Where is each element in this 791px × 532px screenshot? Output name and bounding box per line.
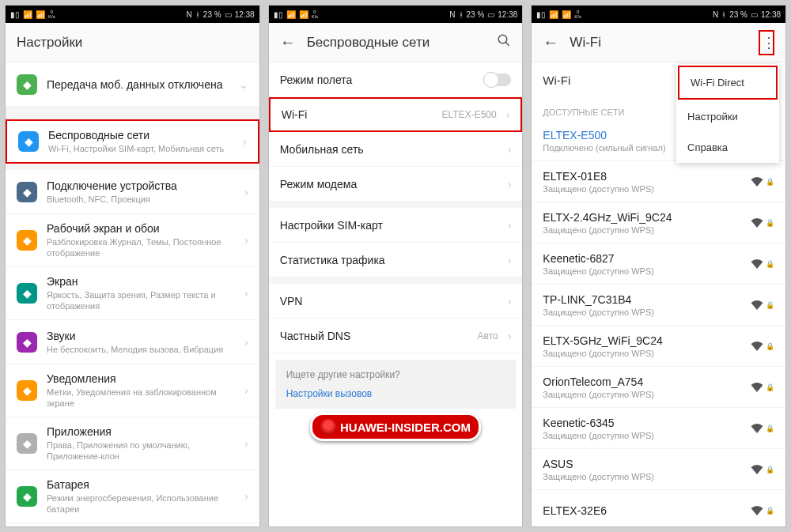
wifi-network-row[interactable]: ELTEX-32E6🔒	[532, 490, 785, 526]
menu-item[interactable]: Справка	[676, 132, 779, 163]
lock-icon: 🔒	[766, 507, 774, 515]
chevron-icon: ›	[244, 490, 248, 503]
item-title: Настройки SIM-карт	[280, 219, 498, 232]
item-title: Частный DNS	[280, 330, 468, 342]
wifi-status-icon: 📶	[36, 10, 45, 19]
lock-icon: 🔒	[766, 383, 774, 391]
item-title: Звуки	[47, 330, 235, 342]
settings-item[interactable]: ◆ЭкранЯркость, Защита зрения, Размер тек…	[6, 267, 259, 320]
chevron-icon: ›	[244, 384, 248, 397]
devices-icon: ◆	[17, 182, 37, 202]
settings-item[interactable]: ◆ПриложенияПрава, Приложения по умолчани…	[6, 417, 259, 470]
huawei-logo-icon	[320, 419, 336, 435]
wifi-status: Защищено (доступно WPS)	[543, 266, 750, 276]
wireless-item[interactable]: Wi-FiELTEX-E500›	[269, 97, 523, 132]
wifi-network-row[interactable]: ELTX-2.4GHz_WiFi_9C24Защищено (доступно …	[532, 202, 785, 243]
battery-icon: ▭	[225, 10, 232, 19]
chevron-icon: ›	[244, 336, 248, 349]
info-box: Ищете другие настройки?Настройки вызовов	[275, 360, 517, 409]
clock: 12:38	[235, 10, 255, 19]
wifi-network-row[interactable]: Keenetic-6827Защищено (доступно WPS)🔒	[532, 243, 785, 285]
screen-title: Настройки	[17, 35, 248, 51]
cell-signal-icon: ▮▯	[274, 10, 283, 19]
chevron-right-icon: ›	[508, 254, 512, 266]
bt-icon: ᚼ	[195, 10, 200, 19]
chevron-icon: ›	[244, 437, 248, 450]
wifi-status: Защищено (доступно WPS)	[543, 225, 750, 235]
status-bar: ▮▯ 📶 📶 0K/s N ᚼ 23 % ▭ 12:38	[532, 6, 785, 23]
wireless-item[interactable]: Настройки SIM-карт›	[269, 208, 523, 243]
wifi-network-row[interactable]: TP-LINK_7C31B4Защищено (доступно WPS)🔒	[532, 285, 785, 326]
display-icon: ◆	[17, 283, 37, 304]
wifi-network-row[interactable]: ELTEX-01E8Защищено (доступно WPS)🔒	[532, 161, 785, 202]
wifi-network-row[interactable]: OrionTelecom_A754Защищено (доступно WPS)…	[532, 367, 785, 408]
wifi-icon: ◆	[18, 131, 39, 152]
wireless-item[interactable]: Режим модема›	[269, 167, 523, 202]
wifi-network-row[interactable]: ASUSЗащищено (доступно WPS)🔒	[532, 449, 785, 490]
screen-title: Wi-Fi	[570, 35, 747, 51]
settings-item[interactable]: ◆ЗвукиНе беспокоить, Мелодия вызова, Виб…	[6, 320, 259, 364]
item-title: Экран	[47, 275, 235, 288]
call-settings-link[interactable]: Настройки вызовов	[286, 388, 505, 399]
wifi-network-row[interactable]: Keenetic-6345Защищено (доступно WPS)🔒	[532, 408, 785, 449]
settings-item[interactable]: ◆ПамятьОчистка памяти›	[6, 523, 259, 526]
wireless-item[interactable]: Мобильная сеть›	[269, 132, 523, 167]
battery-icon: ▭	[487, 10, 494, 19]
chevron-icon: ›	[244, 287, 248, 300]
watermark-badge: HUAWEI-INSIDER.COM	[310, 413, 481, 441]
settings-item[interactable]: ◆Рабочий экран и обоиРазблокировка Журна…	[6, 214, 259, 267]
wifi-signal-icon: 🔒	[750, 176, 774, 187]
chevron-right-icon: ›	[508, 330, 512, 342]
home-icon: ◆	[17, 230, 37, 251]
lock-icon: 🔒	[766, 466, 774, 474]
clock: 12:38	[498, 10, 517, 19]
clock: 12:38	[761, 10, 781, 19]
menu-item[interactable]: Настройки	[676, 101, 779, 132]
signal-icon: 📶	[23, 10, 32, 19]
signal-icon: 📶	[286, 10, 296, 19]
wireless-item[interactable]: Режим полета	[269, 62, 523, 97]
wifi-ssid: ASUS	[543, 458, 750, 470]
wifi-signal-icon: 🔒	[750, 300, 774, 311]
net-speed: 0K/s	[312, 9, 319, 19]
wifi-signal-icon: 🔒	[750, 423, 774, 434]
settings-item[interactable]: ◆Подключение устройстваBluetooth, NFC, П…	[6, 170, 259, 214]
item-title: Беспроводные сети	[48, 129, 233, 141]
back-button[interactable]: ←	[280, 33, 296, 51]
battery-text: 23 %	[729, 10, 747, 19]
wireless-item[interactable]: VPN›	[269, 284, 523, 319]
bt-icon: ᚼ	[459, 10, 464, 19]
item-value: Авто	[478, 330, 498, 341]
item-title: VPN	[280, 295, 498, 308]
item-title: Статистика трафика	[280, 254, 498, 266]
wifi-ssid: ELTEX-32E6	[543, 504, 750, 517]
back-button[interactable]: ←	[543, 33, 558, 51]
settings-item[interactable]: ◆БатареяРежим энергосбережения, Использо…	[6, 470, 259, 523]
wifi-signal-icon: 🔒	[750, 505, 774, 516]
item-subtitle: Wi-Fi, Настройки SIM-карт, Мобильная сет…	[48, 143, 233, 154]
chevron-right-icon: ›	[508, 295, 512, 308]
wifi-status: Защищено (доступно WPS)	[543, 431, 750, 440]
more-menu-button[interactable]: ⋮	[759, 30, 774, 55]
item-title: Подключение устройства	[47, 179, 235, 192]
wifi-network-row[interactable]: ELTX-5GHz_WiFi_9C24Защищено (доступно WP…	[532, 326, 785, 367]
settings-item[interactable]: ◆Беспроводные сетиWi-Fi, Настройки SIM-к…	[6, 119, 259, 164]
info-question: Ищете другие настройки?	[286, 369, 505, 380]
menu-item[interactable]: Wi-Fi Direct	[678, 66, 778, 100]
nfc-icon: N	[449, 10, 455, 19]
airplane-toggle[interactable]	[484, 74, 511, 86]
wifi-status: Защищено (доступно WPS)	[543, 184, 750, 194]
settings-item[interactable]: ◆УведомленияМетки, Уведомления на заблок…	[6, 364, 259, 417]
item-subtitle: Права, Приложения по умолчанию, Приложен…	[47, 440, 235, 462]
item-subtitle: Разблокировка Журнал, Темы, Постоянное о…	[47, 236, 235, 258]
settings-list[interactable]: ◆Передача моб. данных отключена⌄◆Беспров…	[6, 62, 259, 526]
wifi-status-icon: 📶	[562, 10, 571, 19]
search-icon[interactable]	[497, 33, 511, 51]
bt-icon: ᚼ	[721, 10, 726, 19]
wireless-list[interactable]: Режим полетаWi-FiELTEX-E500›Мобильная се…	[269, 62, 523, 526]
lock-icon: 🔒	[766, 178, 774, 186]
wireless-item[interactable]: Статистика трафика›	[269, 243, 523, 277]
item-subtitle: Не беспокоить, Мелодия вызова, Вибрация	[47, 344, 235, 355]
wireless-item[interactable]: Частный DNSАвто›	[269, 319, 523, 353]
settings-item[interactable]: ◆Передача моб. данных отключена⌄	[6, 62, 259, 107]
